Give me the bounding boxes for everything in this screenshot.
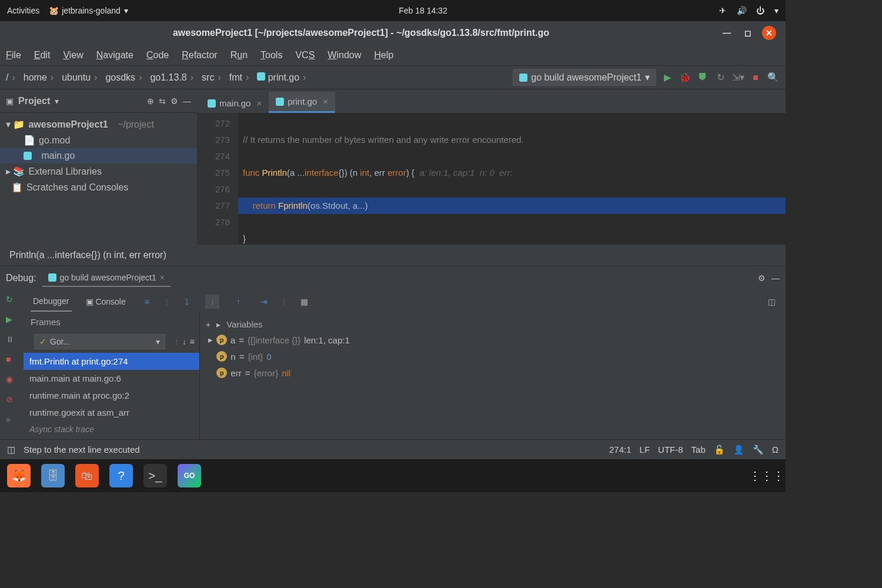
volume-icon[interactable]: 🔊 [737,6,746,15]
memory-icon[interactable]: 🔧 [753,445,764,455]
menu-edit[interactable]: Edit [34,50,51,61]
run-button[interactable]: ▶ [661,71,674,84]
next-frame-icon[interactable]: ↓ [182,337,186,346]
line-separator[interactable]: LF [640,445,650,455]
coverage-button[interactable]: ⛊ [696,71,709,84]
attach-button[interactable]: ⇲▾ [731,71,744,84]
tree-root[interactable]: ▾ 📁 awesomeProject1 ~/project [0,116,197,132]
tree-file[interactable]: 📄 go.mod [0,132,197,148]
code-text[interactable]: // It returns the number of bytes writte… [238,113,786,245]
run-to-cursor-button[interactable]: ⇥ [257,295,271,309]
firefox-icon[interactable]: 🦊 [7,464,31,487]
frame-row[interactable]: runtime.main at proc.go:2 [24,387,199,404]
frame-row[interactable]: runtime.goexit at asm_arr [24,404,199,421]
gear-icon[interactable]: ⚙ [171,96,178,106]
threads-icon[interactable]: ≡ [140,295,154,309]
view-breakpoints-button[interactable]: ◉ [6,375,18,386]
hide-icon[interactable]: — [183,96,191,106]
menu-tools[interactable]: Tools [260,50,282,61]
project-panel-label[interactable]: Project [18,96,50,106]
apps-grid-icon[interactable]: ⋮⋮⋮ [755,464,779,487]
variable-row[interactable]: p n = {int} 0 [206,348,780,365]
crumb[interactable]: gosdks [105,72,145,83]
activities-button[interactable]: Activities [7,6,39,15]
debug-config-tab[interactable]: go build awesomeProject1 × [42,269,171,287]
close-tab-icon[interactable]: × [160,273,165,282]
more-button[interactable]: » [6,415,18,426]
caret-position[interactable]: 274:1 [609,445,632,455]
search-icon[interactable]: 🔍 [767,71,780,84]
menu-run[interactable]: Run [230,50,248,61]
editor-tab[interactable]: main.go× [201,93,269,113]
ide-errors-icon[interactable]: Ω [772,445,779,455]
crumb[interactable]: ubuntu [62,72,101,83]
frame-row[interactable]: main.main at main.go:6 [24,370,199,387]
tree-file[interactable]: main.go [0,148,197,163]
terminal-icon[interactable]: >_ [143,464,167,487]
prev-frame-icon[interactable]: ↑ [175,337,179,346]
code-area[interactable]: 272273274275276277278 // It returns the … [197,113,786,245]
menu-refactor[interactable]: Refactor [182,50,217,61]
goroutine-selector[interactable]: ✓ Gor... ▾ [34,334,165,349]
crumb[interactable]: home [24,72,57,83]
goland-app-icon[interactable]: GO [178,464,201,487]
inspections-icon[interactable]: 👤 [733,445,744,455]
rerun-button[interactable]: ↻ [6,295,18,306]
step-out-button[interactable]: ↑ [231,295,245,309]
hide-icon[interactable]: — [771,273,780,283]
stop-button[interactable]: ■ [749,71,762,84]
mute-breakpoints-button[interactable]: ⊘ [6,395,18,406]
tool-window-icon[interactable]: ◫ [7,445,15,455]
editor-tab[interactable]: print.go× [269,92,335,113]
help-icon[interactable]: ? [109,464,133,487]
close-button[interactable]: ✕ [762,26,776,40]
crumb[interactable]: go1.13.8 [150,72,197,83]
evaluate-button[interactable]: ▦ [297,295,311,309]
debugger-tab[interactable]: Debugger [31,292,72,312]
variable-row[interactable]: ▸ p a = {[]interface {}} len:1, cap:1 [206,332,780,348]
stop-button[interactable]: ■ [6,355,18,366]
menu-code[interactable]: Code [146,50,169,61]
resume-button[interactable]: ▶ [6,315,18,326]
minimize-button[interactable]: — [720,26,734,40]
software-icon[interactable]: 🛍 [75,464,99,487]
close-tab-icon[interactable]: × [256,98,262,108]
file-encoding[interactable]: UTF-8 [658,445,683,455]
function-crumb[interactable]: Println(a ...interface{}) (n int, err er… [9,250,166,260]
files-icon[interactable]: 🗄 [41,464,65,487]
chevron-down-icon[interactable]: ▾ [774,6,779,15]
tree-extlib[interactable]: ▸ 📚 External Libraries [0,163,197,179]
crumb-root[interactable]: / [6,72,19,83]
readonly-icon[interactable]: 🔓 [714,445,725,455]
close-tab-icon[interactable]: × [323,96,328,106]
profile-button[interactable]: ↻ [714,71,727,84]
airplane-icon[interactable]: ✈ [718,6,727,15]
clock[interactable]: Feb 18 14:32 [128,6,718,15]
crumb[interactable]: fmt [229,72,253,83]
step-into-button[interactable]: ↓ [205,295,219,309]
power-icon[interactable]: ⏻ [756,6,765,15]
topbar-app[interactable]: 🐹 jetbrains-goland ▾ [49,6,128,15]
step-over-button[interactable]: ⤵ [179,295,193,309]
maximize-button[interactable]: ◻ [741,26,755,40]
pause-button[interactable]: ⏸ [6,335,18,346]
chevron-down-icon[interactable]: ▾ [55,96,59,106]
frame-row[interactable]: fmt.Println at print.go:274 [24,353,199,370]
menu-vcs[interactable]: VCS [295,50,315,61]
crumb-file[interactable]: print.go [257,72,309,83]
locate-icon[interactable]: ⊕ [147,96,154,106]
console-tab[interactable]: ▣ Console [83,292,128,311]
collapse-icon[interactable]: ⇆ [159,96,166,106]
tree-scratches[interactable]: 📋 Scratches and Consoles [0,179,197,195]
run-config-selector[interactable]: go build awesomeProject1 ▾ [513,69,656,86]
gear-icon[interactable]: ⚙ [758,273,766,283]
layout-icon[interactable]: ◫ [764,295,779,309]
indent-setting[interactable]: Tab [691,445,706,455]
menu-window[interactable]: Window [328,50,361,61]
frames-menu-icon[interactable]: ≡ [190,337,195,346]
project-view-icon[interactable]: ▣ [6,96,14,106]
crumb[interactable]: src [202,72,225,83]
menu-file[interactable]: File [6,50,21,61]
menu-help[interactable]: Help [374,50,393,61]
menu-navigate[interactable]: Navigate [96,50,133,61]
